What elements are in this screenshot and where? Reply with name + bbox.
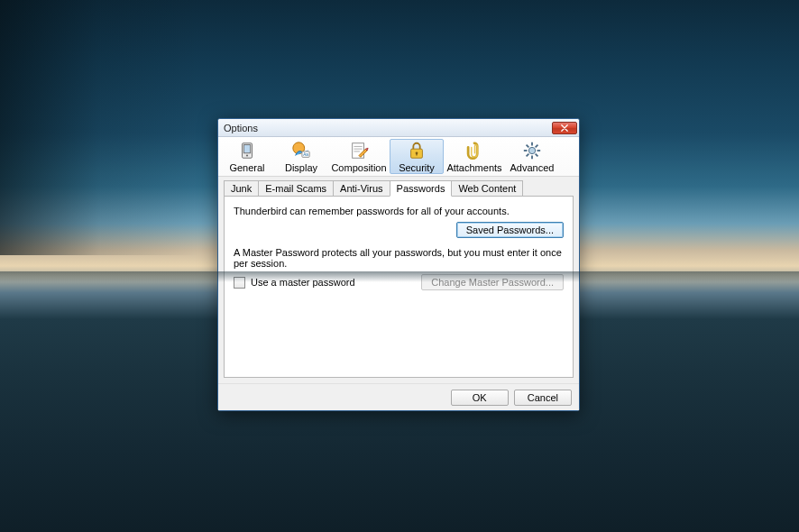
body-area: Junk E-mail Scams Anti-Virus Passwords W…: [218, 177, 579, 383]
display-icon: Aa: [291, 141, 311, 161]
window-title: Options: [224, 123, 258, 133]
category-label: General: [229, 162, 264, 173]
subtab-email-scams[interactable]: E-mail Scams: [258, 180, 334, 197]
svg-text:Aa: Aa: [303, 151, 308, 156]
subtab-junk[interactable]: Junk: [224, 180, 259, 197]
category-composition[interactable]: Composition: [328, 137, 390, 176]
category-bar: General Aa Display Composition Security: [218, 137, 579, 177]
category-label: Security: [399, 162, 435, 173]
subtab-web-content[interactable]: Web Content: [451, 180, 523, 197]
category-label: Composition: [331, 162, 386, 173]
category-label: Display: [285, 162, 317, 173]
passwords-intro-text: Thunderbird can remember passwords for a…: [234, 206, 564, 216]
security-icon: [407, 141, 427, 161]
close-icon: [561, 124, 568, 132]
use-master-password-row[interactable]: Use a master password: [234, 277, 355, 289]
dialog-footer: OK Cancel: [218, 383, 579, 410]
advanced-icon: [522, 141, 542, 161]
subtab-anti-virus[interactable]: Anti-Virus: [333, 180, 390, 197]
options-dialog: Options General Aa Display: [217, 118, 580, 411]
desktop-wallpaper: Options General Aa Display: [0, 0, 799, 532]
category-advanced[interactable]: Advanced: [505, 137, 559, 176]
svg-line-19: [536, 153, 538, 156]
general-icon: [237, 141, 257, 161]
use-master-password-label: Use a master password: [251, 277, 355, 288]
close-button[interactable]: [552, 122, 577, 134]
svg-line-18: [527, 144, 529, 147]
svg-line-20: [527, 153, 529, 156]
category-general[interactable]: General: [220, 137, 274, 176]
passwords-panel: Thunderbird can remember passwords for a…: [224, 196, 574, 378]
attachments-icon: [464, 141, 484, 161]
svg-point-2: [246, 154, 248, 156]
svg-rect-1: [243, 144, 250, 152]
change-master-password-button: Change Master Password...: [421, 274, 564, 290]
svg-point-13: [528, 147, 535, 153]
subtab-passwords[interactable]: Passwords: [390, 180, 453, 197]
category-label: Attachments: [446, 162, 501, 173]
ok-button[interactable]: OK: [451, 390, 509, 406]
category-attachments[interactable]: Attachments: [444, 137, 505, 176]
use-master-password-checkbox[interactable]: [234, 277, 245, 289]
saved-passwords-button[interactable]: Saved Passwords...: [456, 222, 564, 238]
svg-line-21: [536, 144, 538, 147]
svg-rect-12: [416, 152, 417, 155]
master-password-description: A Master Password protects all your pass…: [234, 247, 564, 269]
category-label: Advanced: [510, 162, 555, 173]
category-security[interactable]: Security: [390, 139, 444, 174]
composition-icon: [349, 141, 369, 161]
cancel-button[interactable]: Cancel: [514, 390, 572, 406]
category-display[interactable]: Aa Display: [274, 137, 328, 176]
subtab-strip: Junk E-mail Scams Anti-Virus Passwords W…: [224, 180, 574, 197]
titlebar[interactable]: Options: [218, 119, 579, 137]
